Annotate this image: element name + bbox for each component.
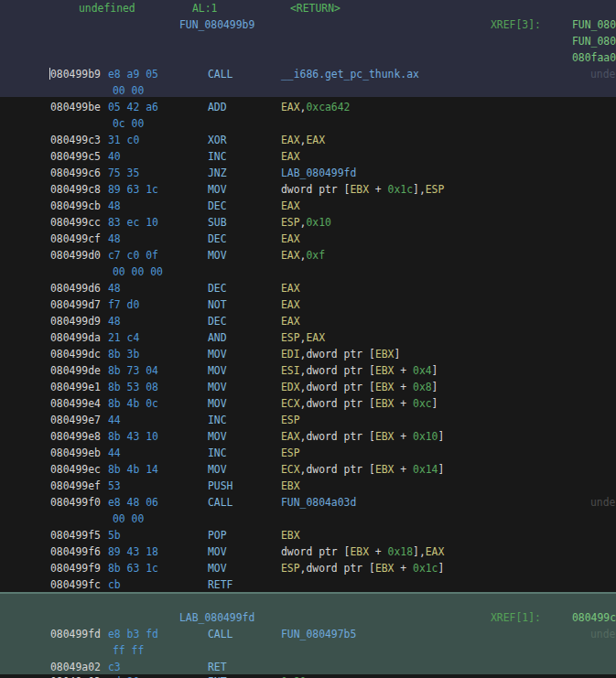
- address[interactable]: 080499da: [50, 329, 101, 346]
- operands[interactable]: EAX,0xf: [281, 247, 325, 264]
- truncated-hint[interactable]: unde: [590, 494, 615, 511]
- instruction-bytes[interactable]: c7 c0 0f: [108, 247, 158, 264]
- mnemonic[interactable]: MOV: [208, 181, 227, 198]
- address[interactable]: 080499f0: [50, 494, 101, 511]
- operands[interactable]: FUN_080497b5: [281, 626, 356, 642]
- instruction-bytes[interactable]: e8 b3 fd: [108, 626, 158, 642]
- mnemonic[interactable]: NOT: [208, 296, 227, 313]
- instruction-bytes[interactable]: 8b 3b: [108, 346, 139, 362]
- instruction-bytes[interactable]: 8b 53 08: [108, 379, 158, 395]
- instruction-bytes[interactable]: 8b 4b 0c: [108, 395, 158, 412]
- instruction-bytes-overflow[interactable]: ff ff: [113, 642, 144, 659]
- mnemonic[interactable]: POP: [208, 527, 227, 543]
- instruction-bytes[interactable]: e8 a9 05: [108, 66, 158, 82]
- instruction-bytes-overflow[interactable]: 0c 00: [113, 115, 144, 132]
- instruction-row[interactable]: 080499f98b 63 1cMOVESP,dword ptr [EBX + …: [0, 560, 616, 576]
- address[interactable]: 08049a03: [50, 673, 101, 678]
- address[interactable]: 080499c8: [50, 181, 101, 198]
- signature-storage[interactable]: AL:1: [192, 0, 217, 16]
- instruction-bytes[interactable]: 8b 63 1c: [108, 560, 158, 576]
- truncated-hint[interactable]: unde: [590, 626, 615, 642]
- instruction-row[interactable]: 080499be05 42 a6ADDEAX,0xca642: [0, 99, 616, 115]
- xref-row[interactable]: FUN_080: [0, 33, 616, 49]
- instruction-row[interactable]: 080499d0c7 c0 0fMOVEAX,0xf: [0, 247, 616, 264]
- mnemonic[interactable]: MOV: [208, 379, 227, 395]
- instruction-bytes[interactable]: 8b 43 10: [108, 428, 158, 445]
- function-signature-row[interactable]: undefinedAL:1<RETURN>: [0, 0, 616, 16]
- address[interactable]: 080499c6: [50, 165, 101, 181]
- operands[interactable]: ESP,EAX: [281, 329, 325, 346]
- address[interactable]: 080499c5: [50, 148, 101, 165]
- instruction-row[interactable]: 080499c540INCEAX: [0, 148, 616, 165]
- operands[interactable]: FUN_0804a03d: [281, 494, 356, 511]
- xref-target[interactable]: 080faa0: [572, 49, 616, 66]
- instruction-bytes[interactable]: 53: [108, 478, 121, 494]
- instruction-bytes[interactable]: 40: [108, 148, 121, 165]
- bytes-overflow-row[interactable]: 0c 00: [0, 115, 616, 132]
- instruction-row[interactable]: 080499f0e8 48 06CALLFUN_0804a03dunde: [0, 494, 616, 511]
- xref-target[interactable]: FUN_080: [572, 16, 616, 33]
- address[interactable]: 080499e7: [50, 412, 101, 428]
- instruction-bytes-overflow[interactable]: 00 00: [113, 511, 144, 527]
- address[interactable]: 080499ec: [50, 461, 101, 478]
- instruction-row-clipped[interactable]: 08049a03cd 80INT0x80: [0, 673, 616, 678]
- instruction-bytes[interactable]: 44: [108, 445, 121, 461]
- address[interactable]: 080499b9: [50, 66, 101, 82]
- mnemonic[interactable]: MOV: [208, 560, 227, 576]
- function-label-row[interactable]: FUN_080499b9XREF[3]:FUN_080: [0, 16, 616, 33]
- instruction-row[interactable]: 080499dc8b 3bMOVEDI,dword ptr [EBX]: [0, 346, 616, 362]
- instruction-bytes[interactable]: cd 80: [108, 673, 139, 678]
- instruction-bytes[interactable]: 21 c4: [108, 329, 139, 346]
- mnemonic[interactable]: RETF: [208, 576, 232, 593]
- address[interactable]: 080499f6: [50, 543, 101, 560]
- address[interactable]: 080499fd: [50, 626, 101, 642]
- operands[interactable]: EBX: [281, 478, 300, 494]
- instruction-bytes[interactable]: cb: [108, 576, 121, 593]
- operands[interactable]: ECX,dword ptr [EBX + 0x14]: [281, 461, 444, 478]
- xref-row[interactable]: 080faa0: [0, 49, 616, 66]
- instruction-bytes[interactable]: 75 35: [108, 165, 139, 181]
- mnemonic[interactable]: MOV: [208, 395, 227, 412]
- instruction-row[interactable]: 080499c675 35JNZLAB_080499fd: [0, 165, 616, 181]
- function-label[interactable]: FUN_080499b9: [179, 16, 254, 33]
- mnemonic[interactable]: MOV: [208, 346, 227, 362]
- address[interactable]: 080499c3: [50, 132, 101, 148]
- address[interactable]: 080499e8: [50, 428, 101, 445]
- instruction-row[interactable]: 080499eb44INCESP: [0, 445, 616, 461]
- operands[interactable]: ESP,0x10: [281, 214, 331, 231]
- instruction-row[interactable]: 080499cc83 ec 10SUBESP,0x10: [0, 214, 616, 231]
- xref-count[interactable]: XREF[3]:: [491, 16, 541, 33]
- instruction-bytes[interactable]: e8 48 06: [108, 494, 158, 511]
- bytes-overflow-row[interactable]: 00 00: [0, 82, 616, 99]
- xref-count[interactable]: XREF[1]:: [491, 609, 541, 626]
- code-label-row[interactable]: LAB_080499fdXREF[1]:080499c: [0, 609, 616, 626]
- address[interactable]: 080499e1: [50, 379, 101, 395]
- instruction-bytes[interactable]: 5b: [108, 527, 121, 543]
- address[interactable]: 080499be: [50, 99, 101, 115]
- truncated-hint[interactable]: unde: [590, 66, 615, 82]
- operands[interactable]: EBX: [281, 527, 300, 543]
- operands[interactable]: dword ptr [EBX + 0x18],EAX: [281, 543, 444, 560]
- instruction-row[interactable]: 080499e88b 43 10MOVEAX,dword ptr [EBX + …: [0, 428, 616, 445]
- mnemonic[interactable]: SUB: [208, 214, 227, 231]
- signature-return-marker[interactable]: <RETURN>: [290, 0, 340, 16]
- xref-target[interactable]: 080499c: [572, 609, 616, 626]
- instruction-bytes[interactable]: 8b 4b 14: [108, 461, 158, 478]
- mnemonic[interactable]: INT: [208, 673, 227, 678]
- mnemonic[interactable]: MOV: [208, 428, 227, 445]
- address[interactable]: 080499de: [50, 362, 101, 379]
- mnemonic[interactable]: CALL: [208, 494, 232, 511]
- instruction-bytes-overflow[interactable]: 00 00: [113, 82, 144, 99]
- instruction-bytes[interactable]: 89 43 18: [108, 543, 158, 560]
- mnemonic[interactable]: MOV: [208, 461, 227, 478]
- operands[interactable]: ESP: [281, 445, 300, 461]
- address[interactable]: 080499f5: [50, 527, 101, 543]
- instruction-bytes[interactable]: 83 ec 10: [108, 214, 158, 231]
- address[interactable]: 080499fc: [50, 576, 101, 593]
- address[interactable]: 080499eb: [50, 445, 101, 461]
- mnemonic[interactable]: CALL: [208, 626, 232, 642]
- instruction-bytes[interactable]: 48: [108, 198, 121, 214]
- instruction-bytes[interactable]: 89 63 1c: [108, 181, 158, 198]
- mnemonic[interactable]: AND: [208, 329, 227, 346]
- mnemonic[interactable]: INC: [208, 445, 227, 461]
